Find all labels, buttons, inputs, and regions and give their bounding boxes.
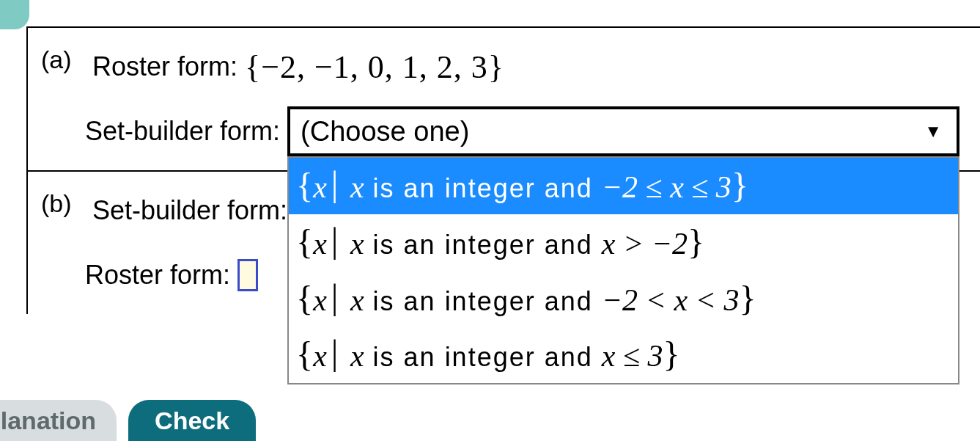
chevron-down-icon: ▼ xyxy=(924,121,942,142)
part-a-setbuilder-row: Set-builder form: (Choose one) ▼ {x| x i… xyxy=(41,106,959,157)
part-b-label: (b) xyxy=(41,185,85,218)
dropdown-list: {x| x is an integer and −2 ≤ x ≤ 3}{x| x… xyxy=(287,156,959,384)
dropdown-option-0[interactable]: {x| x is an integer and −2 ≤ x ≤ 3} xyxy=(289,158,958,214)
roster-input[interactable] xyxy=(237,259,258,291)
set-builder-label-a: Set-builder form: xyxy=(85,116,280,147)
roster-form-label-a: Roster form: xyxy=(92,51,237,82)
tab-corner xyxy=(0,0,29,29)
roster-form-label-b: Roster form: xyxy=(85,260,230,291)
question-panel: (a) Roster form: {−2, −1, 0, 1, 2, 3} Se… xyxy=(26,26,980,314)
set-builder-label-b: Set-builder form: xyxy=(92,195,287,226)
part-a-roster-row: (a) Roster form: {−2, −1, 0, 1, 2, 3} xyxy=(41,41,959,92)
dropdown-option-2[interactable]: {x| x is an integer and −2 < x < 3} xyxy=(289,271,958,327)
part-a-label: (a) xyxy=(41,41,85,74)
dropdown-button[interactable]: (Choose one) ▼ xyxy=(287,106,959,156)
dropdown-option-3[interactable]: {x| x is an integer and x ≤ 3} xyxy=(289,327,958,383)
explanation-button[interactable]: planation xyxy=(0,400,117,441)
part-a: (a) Roster form: {−2, −1, 0, 1, 2, 3} Se… xyxy=(28,28,980,172)
check-button[interactable]: Check xyxy=(128,400,256,441)
dropdown-placeholder: (Choose one) xyxy=(301,116,469,147)
roster-form-value-a: {−2, −1, 0, 1, 2, 3} xyxy=(245,48,504,86)
set-builder-dropdown: (Choose one) ▼ {x| x is an integer and −… xyxy=(287,106,959,156)
bottom-bar: planation Check xyxy=(0,391,980,441)
dropdown-option-1[interactable]: {x| x is an integer and x > −2} xyxy=(289,214,958,271)
